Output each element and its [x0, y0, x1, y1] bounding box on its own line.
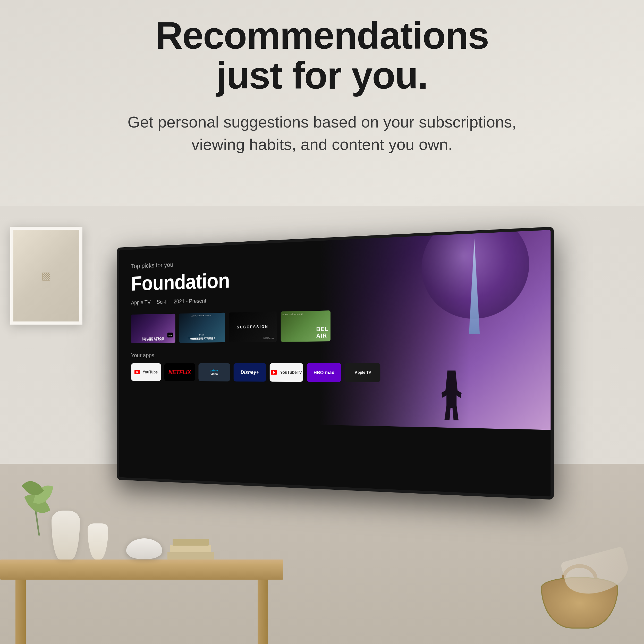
tv-content: Top picks for you Foundation Apple TV Sc…	[119, 230, 550, 497]
app-youtube[interactable]: YouTube	[131, 363, 161, 381]
book-1	[167, 552, 214, 560]
tv-frame: Top picks for you Foundation Apple TV Sc…	[117, 227, 554, 500]
thumb-wot: AMAZON ORIGINAL THEWHEEL OF TIME	[179, 313, 225, 343]
books-stack	[167, 539, 219, 560]
thumb-belair: a peacock original BELAIR	[281, 310, 331, 342]
netflix-label: NETFLIX	[168, 369, 191, 376]
prime-arrow: prime	[210, 369, 218, 372]
tv-container: Top picks for you Foundation Apple TV Sc…	[64, 227, 574, 510]
shelf-top	[0, 560, 283, 565]
app-apple-tv[interactable]: Apple TV	[345, 363, 380, 382]
app-netflix[interactable]: NETFLIX	[164, 363, 195, 381]
top-section: Recommendations just for you. Get person…	[0, 15, 644, 156]
app-hbomax[interactable]: HBO max	[307, 363, 341, 382]
disney-label: Disney+	[241, 369, 259, 375]
app-youtube-tv[interactable]: YouTubeTV	[270, 363, 303, 382]
book-3	[173, 539, 209, 546]
sub-heading: Get personal suggestions based on your s…	[90, 111, 554, 156]
app-prime-video[interactable]: prime video	[198, 363, 230, 382]
tv-apps-label: Your apps	[131, 350, 535, 359]
heading-line1: Recommendations	[155, 14, 489, 57]
hbomax-label: HBO max	[313, 370, 334, 375]
youtube-label: YouTube	[143, 370, 158, 374]
tv-screen: Top picks for you Foundation Apple TV Sc…	[119, 230, 550, 497]
tv-meta-years: 2021 - Present	[174, 298, 206, 305]
app-disney-plus[interactable]: Disney+	[234, 363, 266, 382]
room-scene: ▧ Top picks for you Foundation Apple TV	[0, 206, 644, 644]
tv-meta-genre: Sci-fi	[157, 299, 167, 305]
thumb-foundation: FOUNDATION ✦tv+	[131, 314, 175, 343]
prime-video-label: video	[210, 372, 218, 376]
shelf	[0, 564, 283, 580]
heading-line2: just for you.	[216, 54, 428, 97]
tv-apps-row: YouTube NETFLIX prime video	[131, 363, 535, 383]
youtubetv-play-icon	[271, 370, 277, 375]
appletv-text: Apple TV	[355, 370, 371, 375]
tv-thumbnails: FOUNDATION ✦tv+ AMAZON ORIGINAL THEWHEEL…	[131, 306, 535, 343]
book-2	[170, 545, 211, 552]
youtubetv-label: YouTubeTV	[280, 370, 302, 375]
thumb-succession: SUCCESSION HBOmax	[229, 311, 277, 342]
vase-1	[52, 511, 80, 560]
tv-meta-platform: Apple TV	[131, 299, 151, 306]
main-heading: Recommendations just for you.	[0, 15, 644, 96]
youtube-play-icon	[134, 370, 140, 374]
